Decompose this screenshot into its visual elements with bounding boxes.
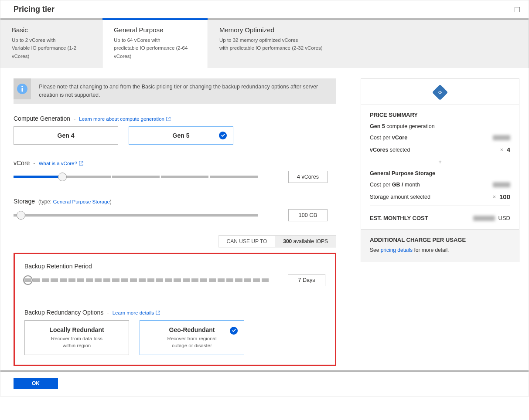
ok-button[interactable]: OK: [14, 378, 58, 389]
storage-type-link[interactable]: General Purpose Storage: [53, 199, 109, 204]
compute-generation-label: Compute Generation: [14, 115, 70, 122]
tab-subtitle: Up to 32 memory optimized vCores with pr…: [219, 36, 519, 52]
storage-value: 100 GB: [288, 209, 328, 221]
info-banner: Please note that changing to and from th…: [14, 78, 336, 104]
storage-label: Storage: [14, 198, 35, 205]
pricing-details-link[interactable]: pricing details: [381, 247, 413, 253]
backup-highlight: Backup Retention Period /*rendered below…: [14, 253, 336, 366]
redacted-price: [493, 135, 510, 140]
compute-generation-link[interactable]: Learn more about compute generation: [79, 116, 171, 122]
svg-point-1: [21, 86, 23, 87]
geo-redundant-card[interactable]: Geo-Redundant Recover from regional outa…: [140, 320, 244, 355]
check-icon: [230, 327, 238, 335]
gen4-card[interactable]: Gen 4: [14, 126, 118, 145]
backup-retention-slider[interactable]: /*rendered below via JS*/: [24, 276, 257, 285]
tab-title: General Purpose: [114, 26, 199, 34]
db-logo-icon: ⟳: [432, 85, 448, 101]
external-link-icon: [156, 311, 160, 315]
tab-subtitle: Up to 2 vCores with Variable IO performa…: [12, 36, 93, 60]
info-text: Please note that changing to and from th…: [31, 78, 336, 104]
info-icon: [14, 78, 31, 99]
est-cost-label: EST. MONTHLY COST: [370, 215, 428, 221]
backup-retention-label: Backup Retention Period: [24, 263, 92, 270]
svg-rect-2: [22, 88, 23, 92]
external-link-icon: [166, 117, 171, 121]
vcore-link[interactable]: What is a vCore?: [39, 161, 83, 166]
price-summary-panel: ⟳ PRICE SUMMARY Gen 5 compute generation…: [361, 78, 519, 262]
tab-title: Basic: [12, 26, 93, 34]
tier-tabs: Basic Up to 2 vCores with Variable IO pe…: [0, 20, 529, 68]
vcore-value: 4 vCores: [288, 171, 328, 183]
tab-basic[interactable]: Basic Up to 2 vCores with Variable IO pe…: [0, 20, 102, 68]
maximize-icon[interactable]: [515, 7, 520, 12]
iops-value: 300 available IOPS: [275, 235, 336, 247]
backup-redundancy-label: Backup Redundancy Options: [24, 309, 103, 316]
page-title: Pricing tier: [14, 5, 55, 14]
vcore-label: vCore: [14, 159, 30, 166]
additional-charge-box: ADDITIONAL CHARGE PER USAGE See pricing …: [361, 229, 519, 262]
price-summary-heading: PRICE SUMMARY: [370, 112, 510, 118]
tab-general-purpose[interactable]: General Purpose Up to 64 vCores with pre…: [102, 20, 208, 68]
tab-subtitle: Up to 64 vCores with predictable IO perf…: [114, 36, 199, 60]
external-link-icon: [79, 161, 83, 166]
redundancy-link[interactable]: Learn more details: [113, 310, 160, 315]
tab-memory-optimized[interactable]: Memory Optimized Up to 32 memory optimiz…: [208, 20, 529, 68]
redacted-price: [473, 216, 495, 221]
storage-slider[interactable]: [14, 211, 258, 220]
slider-thumb[interactable]: [58, 173, 67, 181]
backup-retention-value: 7 Days: [288, 274, 325, 286]
gen5-card[interactable]: Gen 5: [129, 126, 233, 145]
tab-title: Memory Optimized: [219, 26, 519, 34]
locally-redundant-card[interactable]: Locally Redundant Recover from data loss…: [24, 320, 129, 355]
vcore-slider[interactable]: [14, 173, 258, 181]
slider-thumb[interactable]: [17, 211, 25, 220]
redacted-price: [493, 182, 510, 187]
iops-label: CAN USE UP TO: [218, 235, 276, 247]
check-icon: [219, 132, 227, 139]
